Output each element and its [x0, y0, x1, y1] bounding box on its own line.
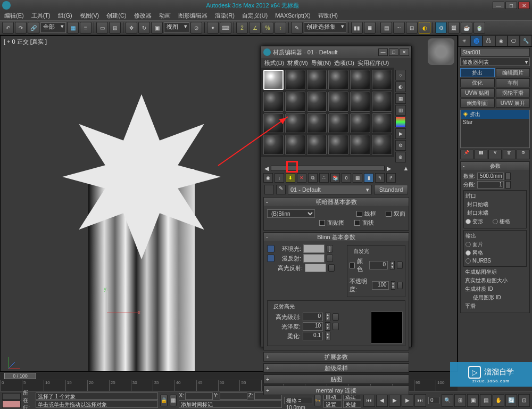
select-by-mat-icon[interactable]: ⊕ [395, 152, 406, 162]
material-editor-icon[interactable]: ◐ [419, 22, 430, 34]
keyboard-icon[interactable]: ⌨ [220, 22, 231, 34]
get-material-icon[interactable]: ◉ [263, 173, 273, 183]
manip-icon[interactable]: ✦ [207, 22, 219, 34]
opacity-map-icon[interactable] [397, 282, 403, 289]
rollup-header[interactable]: -Blinn 基本参数 [264, 233, 409, 241]
align-icon[interactable]: ≣ [364, 22, 376, 34]
material-slot[interactable] [328, 135, 348, 155]
teapot-icon[interactable]: 🍵 [473, 22, 485, 34]
material-slot[interactable] [285, 135, 305, 155]
window-crossing-icon[interactable]: ⊞ [109, 22, 121, 34]
display-tab-icon[interactable]: 🖵 [508, 35, 520, 46]
matmenu-util[interactable]: 实用程序(U) [358, 59, 389, 67]
close-button[interactable]: ✕ [518, 2, 530, 9]
modifier-stack[interactable]: ◈ 挤出 Star [460, 110, 530, 148]
material-slot[interactable] [307, 70, 327, 90]
menu-views[interactable]: 视图(V) [78, 12, 102, 20]
amount-field[interactable]: 500.0mm [477, 173, 504, 180]
create-tab-icon[interactable]: ✳ [458, 35, 470, 46]
y-field[interactable] [220, 392, 247, 400]
hiersession-tab-icon[interactable]: 品 [483, 35, 495, 46]
make-copy-icon[interactable]: ⧉ [308, 173, 318, 183]
object-name-field[interactable]: Star001 [460, 48, 530, 56]
scale-icon[interactable]: ▣ [151, 22, 163, 34]
spinner[interactable]: ▲▼ [390, 261, 395, 269]
material-slot[interactable] [350, 113, 370, 134]
material-slot[interactable] [263, 135, 284, 155]
menu-create[interactable]: 创建(C) [104, 12, 128, 20]
make-preview-icon[interactable]: ▶ [395, 128, 406, 139]
dialog-max-button[interactable]: □ [389, 48, 398, 56]
material-slot[interactable] [372, 113, 392, 134]
orbit-icon[interactable]: 🔄 [505, 394, 517, 407]
pivot-icon[interactable]: ⊙ [190, 22, 202, 34]
redo-icon[interactable]: ↷ [15, 22, 27, 34]
menu-rendering[interactable]: 渲染(R) [213, 12, 237, 20]
show-end-result-icon[interactable]: ▮ [364, 173, 373, 183]
spinner[interactable]: ▲▼ [325, 313, 330, 321]
material-slot[interactable] [328, 70, 348, 90]
goto-start-icon[interactable]: ⏮ [363, 394, 375, 407]
next-frame-icon[interactable]: ▶ [402, 394, 413, 407]
patch-radio[interactable] [466, 242, 471, 247]
selfillum-color-checkbox[interactable] [350, 263, 355, 268]
material-slot[interactable] [350, 92, 370, 112]
assign-to-selection-icon[interactable]: ⬇ [286, 173, 295, 183]
speclevel-map-icon[interactable] [332, 313, 339, 321]
maxscript-mini-listener[interactable] [2, 393, 21, 400]
mod-optimize-button[interactable]: 优化 [460, 78, 495, 87]
spinner[interactable]: ▲▼ [391, 281, 395, 290]
options-icon[interactable]: ⚙ [395, 140, 406, 151]
selection-filter[interactable]: 全部 [40, 22, 66, 33]
shader-dropdown[interactable]: (B)Blinn [267, 209, 315, 218]
select-name-icon[interactable]: ≡ [80, 22, 92, 34]
grid-radio[interactable] [493, 219, 498, 224]
play-icon[interactable]: ▶ [389, 394, 401, 407]
move-icon[interactable]: ✥ [126, 22, 137, 34]
matmenu-material[interactable]: 材质(M) [287, 59, 308, 67]
backlight-icon[interactable]: ◐ [395, 81, 406, 92]
snap-angle-icon[interactable]: ∠ [249, 22, 261, 34]
material-slot[interactable] [372, 92, 392, 112]
background-icon[interactable]: ▦ [395, 93, 406, 104]
pin-stack-icon[interactable]: 📌 [460, 150, 473, 159]
select-object-icon[interactable]: ▦ [67, 22, 79, 34]
video-color-icon[interactable] [395, 117, 406, 127]
stack-item[interactable]: Star [461, 119, 529, 126]
prev-frame-icon[interactable]: ◀ [376, 394, 388, 407]
mirror-icon[interactable]: ▮▮ [351, 22, 363, 34]
material-slot[interactable] [285, 92, 305, 112]
show-end-icon[interactable]: ▮▮ [475, 150, 488, 159]
setkey-button[interactable]: 设置关键点 [323, 400, 342, 408]
mod-bevelprofile-button[interactable]: 倒角剖面 [460, 99, 495, 108]
curve-editor-icon[interactable]: ～ [393, 22, 405, 34]
material-id-icon[interactable]: 0 [342, 173, 351, 183]
specular-map-icon[interactable] [328, 264, 335, 272]
snap-2d-icon[interactable]: 2 [236, 22, 248, 34]
schematic-icon[interactable]: ⊟ [406, 22, 418, 34]
material-slot[interactable] [350, 135, 370, 155]
material-slot[interactable] [372, 70, 392, 90]
nurbs-radio[interactable] [466, 258, 471, 264]
material-slot[interactable] [307, 113, 327, 134]
material-slot[interactable] [372, 135, 392, 155]
ambient-swatch[interactable] [303, 244, 325, 253]
modify-tab-icon[interactable]: 🌀 [470, 35, 483, 46]
snap-percent-icon[interactable]: % [262, 22, 273, 34]
render-setup-icon[interactable]: ⚙ [435, 22, 447, 34]
render-frame-icon[interactable]: 🖼 [448, 22, 460, 34]
matmenu-nav[interactable]: 导航(N) [311, 59, 331, 67]
facemap-checkbox[interactable] [319, 220, 325, 226]
render-icon[interactable]: ☕ [461, 22, 472, 34]
specular-swatch[interactable] [305, 264, 326, 272]
material-slot[interactable] [263, 70, 284, 90]
pick-material-icon[interactable] [264, 185, 274, 194]
selfillum-value[interactable]: 0 [369, 261, 388, 269]
time-slider-handle[interactable]: 0 / 100 [4, 373, 36, 379]
menu-help[interactable]: 帮助(H) [316, 12, 340, 20]
opacity-value[interactable]: 100 [372, 281, 389, 290]
selfillum-map-icon[interactable] [397, 261, 403, 269]
axis-gizmo[interactable]: x y [80, 307, 144, 339]
slot-scrollbar[interactable]: ◀▶▲ [261, 165, 411, 172]
viewcube[interactable] [428, 38, 454, 65]
